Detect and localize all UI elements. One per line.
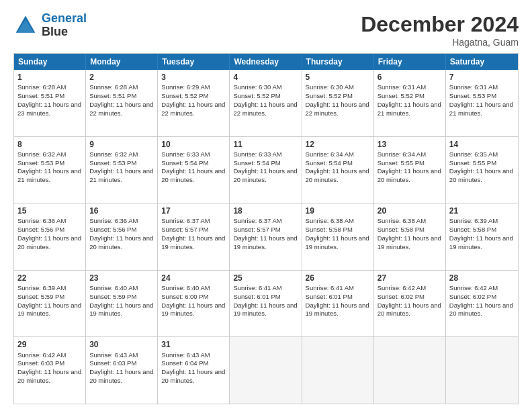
header-day: Friday bbox=[374, 54, 446, 70]
sunrise: Sunrise: 6:38 AM bbox=[378, 217, 426, 224]
sunrise: Sunrise: 6:30 AM bbox=[306, 83, 354, 91]
day-number: 10 bbox=[161, 139, 226, 150]
day-number: 20 bbox=[378, 205, 442, 216]
sunrise: Sunrise: 6:34 AM bbox=[306, 150, 354, 158]
day-number: 6 bbox=[378, 72, 442, 83]
sunrise: Sunrise: 6:33 AM bbox=[161, 150, 210, 158]
sunrise: Sunrise: 6:42 AM bbox=[17, 351, 66, 359]
day-number: 24 bbox=[161, 273, 226, 283]
sunrise: Sunrise: 6:28 AM bbox=[89, 83, 138, 91]
day-number: 19 bbox=[306, 205, 370, 216]
daylight: Daylight: 11 hours and 20 minutes. bbox=[378, 167, 441, 183]
sunrise: Sunrise: 6:43 AM bbox=[89, 351, 138, 359]
calendar-row: 1Sunrise: 6:28 AMSunset: 5:51 PMDaylight… bbox=[14, 70, 518, 136]
calendar-cell: 11Sunrise: 6:33 AMSunset: 5:54 PMDayligh… bbox=[230, 137, 302, 203]
daylight: Daylight: 11 hours and 20 minutes. bbox=[161, 167, 225, 183]
calendar-cell bbox=[230, 337, 302, 404]
day-number: 29 bbox=[17, 339, 82, 350]
logo-text: General Blue bbox=[42, 12, 87, 39]
calendar-cell: 4Sunrise: 6:30 AMSunset: 5:52 PMDaylight… bbox=[230, 70, 302, 136]
sunrise: Sunrise: 6:31 AM bbox=[378, 83, 426, 91]
sunrise: Sunrise: 6:41 AM bbox=[233, 284, 281, 291]
sunset: Sunset: 5:54 PM bbox=[161, 159, 208, 167]
day-number: 26 bbox=[306, 273, 370, 283]
calendar-body: 1Sunrise: 6:28 AMSunset: 5:51 PMDaylight… bbox=[14, 70, 518, 404]
calendar-cell: 7Sunrise: 6:31 AMSunset: 5:53 PMDaylight… bbox=[446, 70, 518, 136]
daylight: Daylight: 11 hours and 20 minutes. bbox=[89, 234, 153, 250]
calendar-cell: 26Sunrise: 6:41 AMSunset: 6:01 PMDayligh… bbox=[302, 271, 374, 337]
calendar-cell: 24Sunrise: 6:40 AMSunset: 6:00 PMDayligh… bbox=[158, 271, 230, 337]
svg-marker-1 bbox=[17, 19, 34, 33]
sunrise: Sunrise: 6:36 AM bbox=[17, 217, 66, 224]
calendar-row: 29Sunrise: 6:42 AMSunset: 6:03 PMDayligh… bbox=[14, 336, 518, 404]
sunset: Sunset: 5:55 PM bbox=[449, 159, 496, 167]
daylight: Daylight: 11 hours and 19 minutes. bbox=[233, 234, 297, 250]
sunset: Sunset: 5:59 PM bbox=[89, 293, 136, 300]
header-day: Monday bbox=[86, 54, 158, 70]
day-number: 22 bbox=[17, 273, 82, 283]
header-day: Tuesday bbox=[158, 54, 230, 70]
daylight: Daylight: 11 hours and 21 minutes. bbox=[378, 101, 441, 117]
daylight: Daylight: 11 hours and 20 minutes. bbox=[233, 167, 297, 183]
daylight: Daylight: 11 hours and 23 minutes. bbox=[17, 101, 81, 117]
day-number: 8 bbox=[17, 139, 82, 150]
sunrise: Sunrise: 6:33 AM bbox=[233, 150, 281, 158]
sunset: Sunset: 5:56 PM bbox=[89, 226, 136, 233]
sunrise: Sunrise: 6:35 AM bbox=[449, 150, 498, 158]
calendar-cell: 3Sunrise: 6:29 AMSunset: 5:52 PMDaylight… bbox=[158, 70, 230, 136]
day-number: 17 bbox=[161, 205, 226, 216]
calendar-cell: 27Sunrise: 6:42 AMSunset: 6:02 PMDayligh… bbox=[374, 271, 446, 337]
header-day: Thursday bbox=[302, 54, 374, 70]
calendar-cell: 28Sunrise: 6:42 AMSunset: 6:02 PMDayligh… bbox=[446, 271, 518, 337]
sunrise: Sunrise: 6:41 AM bbox=[306, 284, 354, 291]
calendar-row: 8Sunrise: 6:32 AMSunset: 5:53 PMDaylight… bbox=[14, 136, 518, 203]
sunset: Sunset: 5:57 PM bbox=[233, 226, 280, 233]
sunset: Sunset: 6:02 PM bbox=[378, 293, 425, 300]
sunrise: Sunrise: 6:43 AM bbox=[161, 351, 210, 359]
day-number: 14 bbox=[449, 139, 515, 150]
day-number: 2 bbox=[89, 72, 154, 83]
day-number: 5 bbox=[306, 72, 370, 83]
calendar-cell: 9Sunrise: 6:32 AMSunset: 5:53 PMDaylight… bbox=[86, 137, 158, 203]
calendar-cell: 17Sunrise: 6:37 AMSunset: 5:57 PMDayligh… bbox=[158, 203, 230, 270]
sunset: Sunset: 5:51 PM bbox=[17, 92, 64, 99]
daylight: Daylight: 11 hours and 20 minutes. bbox=[306, 167, 369, 183]
calendar-row: 15Sunrise: 6:36 AMSunset: 5:56 PMDayligh… bbox=[14, 203, 518, 270]
day-number: 13 bbox=[378, 139, 442, 150]
sunset: Sunset: 5:52 PM bbox=[378, 92, 425, 99]
sunset: Sunset: 6:01 PM bbox=[306, 293, 353, 300]
day-number: 15 bbox=[17, 205, 82, 216]
daylight: Daylight: 11 hours and 22 minutes. bbox=[89, 101, 153, 117]
calendar-cell: 5Sunrise: 6:30 AMSunset: 5:52 PMDaylight… bbox=[302, 70, 374, 136]
calendar-cell: 1Sunrise: 6:28 AMSunset: 5:51 PMDaylight… bbox=[14, 70, 86, 136]
daylight: Daylight: 11 hours and 20 minutes. bbox=[17, 234, 81, 250]
daylight: Daylight: 11 hours and 20 minutes. bbox=[378, 302, 441, 318]
calendar-cell: 18Sunrise: 6:37 AMSunset: 5:57 PMDayligh… bbox=[230, 203, 302, 270]
day-number: 27 bbox=[378, 273, 442, 283]
title-block: December 2024 Hagatna, Guam bbox=[361, 12, 519, 48]
sunset: Sunset: 5:59 PM bbox=[17, 293, 64, 300]
sunset: Sunset: 5:54 PM bbox=[233, 159, 280, 167]
calendar-cell: 13Sunrise: 6:34 AMSunset: 5:55 PMDayligh… bbox=[374, 137, 446, 203]
header-day: Wednesday bbox=[230, 54, 302, 70]
day-number: 1 bbox=[17, 72, 82, 83]
sunset: Sunset: 5:51 PM bbox=[89, 92, 136, 99]
calendar-cell: 8Sunrise: 6:32 AMSunset: 5:53 PMDaylight… bbox=[14, 137, 86, 203]
sunset: Sunset: 5:54 PM bbox=[306, 159, 353, 167]
sunrise: Sunrise: 6:31 AM bbox=[449, 83, 498, 91]
calendar-cell: 2Sunrise: 6:28 AMSunset: 5:51 PMDaylight… bbox=[86, 70, 158, 136]
daylight: Daylight: 11 hours and 19 minutes. bbox=[89, 302, 153, 318]
calendar-cell: 20Sunrise: 6:38 AMSunset: 5:58 PMDayligh… bbox=[374, 203, 446, 270]
sunset: Sunset: 5:53 PM bbox=[449, 92, 496, 99]
calendar-cell: 22Sunrise: 6:39 AMSunset: 5:59 PMDayligh… bbox=[14, 271, 86, 337]
sunset: Sunset: 5:57 PM bbox=[161, 226, 208, 233]
calendar-cell: 25Sunrise: 6:41 AMSunset: 6:01 PMDayligh… bbox=[230, 271, 302, 337]
sunrise: Sunrise: 6:30 AM bbox=[233, 83, 281, 91]
header: General Blue December 2024 Hagatna, Guam bbox=[13, 12, 519, 48]
day-number: 11 bbox=[233, 139, 298, 150]
day-number: 21 bbox=[449, 205, 515, 216]
sunset: Sunset: 6:04 PM bbox=[161, 359, 208, 367]
calendar-cell: 16Sunrise: 6:36 AMSunset: 5:56 PMDayligh… bbox=[86, 203, 158, 270]
sunset: Sunset: 5:52 PM bbox=[306, 92, 353, 99]
sunrise: Sunrise: 6:34 AM bbox=[378, 150, 426, 158]
